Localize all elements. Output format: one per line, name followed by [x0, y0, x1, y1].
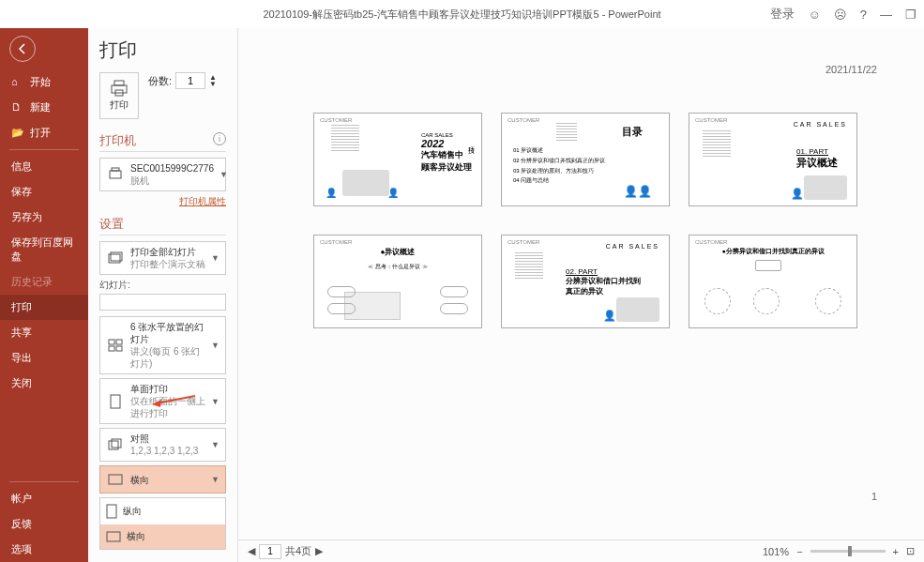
printer-section-title: 打印机 i: [99, 132, 226, 152]
svg-rect-1: [112, 85, 127, 93]
slide-thumb: CUSTOMER CAR SALES 2022 汽车销售中 顾客异议处理 技巧 …: [313, 113, 482, 206]
printer-device-icon: [106, 165, 125, 184]
svg-rect-9: [109, 346, 114, 351]
status-bar: ◀ 共4页 ▶ 101% − + ⊡: [238, 539, 924, 562]
print-range-select[interactable]: 打印全部幻灯片 打印整个演示文稿 ▼: [99, 241, 226, 275]
orientation-landscape[interactable]: 横向: [100, 524, 225, 549]
svg-rect-13: [112, 439, 121, 448]
orientation-options: 纵向 横向: [99, 497, 226, 550]
restore-icon[interactable]: ❐: [905, 8, 916, 22]
prev-page-button[interactable]: ◀: [248, 545, 255, 557]
sidebar-info[interactable]: 信息: [0, 154, 88, 179]
sidebar-export[interactable]: 导出: [0, 345, 88, 371]
app-title: 20210109-解压密码tb25-汽车销售中顾客异议处理技巧知识培训PPT模版…: [263, 8, 660, 22]
sidebar-options[interactable]: 选项: [0, 537, 88, 562]
svg-rect-12: [109, 441, 118, 449]
new-icon: 🗋: [11, 101, 24, 114]
slides-input[interactable]: [99, 294, 226, 311]
settings-section-title: 设置: [99, 216, 226, 235]
help-icon[interactable]: ?: [860, 8, 867, 22]
sidebar-save[interactable]: 保存: [0, 179, 88, 205]
chevron-down-icon: ▼: [211, 440, 220, 449]
slide-thumb: CUSTOMER CAR SALES 01. PART 异议概述 👤: [689, 113, 857, 206]
back-button[interactable]: [9, 36, 36, 62]
face-icon[interactable]: ☺: [808, 8, 820, 22]
handout-icon: [106, 336, 125, 355]
chevron-down-icon: ▼: [220, 170, 228, 179]
orientation-portrait[interactable]: 纵向: [100, 498, 225, 524]
zoom-slider[interactable]: [810, 550, 886, 553]
chevron-down-icon: ▼: [211, 475, 220, 484]
printer-properties-link[interactable]: 打印机属性: [99, 195, 226, 208]
sidebar-saveas[interactable]: 另存为: [0, 205, 88, 230]
svg-rect-0: [114, 81, 124, 85]
chevron-down-icon: ▼: [211, 397, 220, 406]
chevron-down-icon: ▼: [211, 253, 220, 263]
zoom-in-button[interactable]: +: [893, 546, 899, 557]
single-side-icon: [106, 392, 125, 411]
svg-rect-11: [111, 395, 120, 408]
printer-icon: [110, 80, 129, 97]
home-icon: ⌂: [11, 76, 24, 89]
info-icon[interactable]: i: [213, 132, 226, 145]
next-page-button[interactable]: ▶: [315, 545, 323, 557]
svg-rect-7: [109, 340, 114, 344]
sidebar-home[interactable]: ⌂开始: [0, 69, 88, 95]
slides-label: 幻灯片:: [99, 279, 226, 292]
sidebar-share[interactable]: 共享: [0, 320, 88, 345]
backstage-sidebar: ⌂开始 🗋新建 📂打开 信息 保存 另存为 保存到百度网盘 历史记录 打印 共享…: [0, 28, 88, 562]
sidebar-print[interactable]: 打印: [0, 295, 88, 320]
slides-icon: [106, 249, 125, 267]
sidebar-open[interactable]: 📂打开: [0, 120, 88, 145]
login-link[interactable]: 登录: [770, 6, 795, 23]
layout-select[interactable]: 6 张水平放置的幻灯片 讲义(每页 6 张幻灯片) ▼: [99, 316, 226, 374]
print-preview: 2021/11/22 CUSTOMER CAR SALES 2022 汽车销售中…: [238, 28, 924, 562]
print-settings-panel: 打印 打印 份数: ▲▼ 打印机 i SEC0015999C2776 脱机: [88, 28, 238, 562]
sidebar-history[interactable]: 历史记录: [0, 269, 88, 295]
svg-rect-16: [107, 532, 120, 541]
slide-thumb: CUSTOMER ●分辨异议和借口并找到真正的异议: [689, 235, 857, 328]
collate-icon: [106, 435, 125, 454]
fit-page-button[interactable]: ⊡: [906, 545, 915, 557]
svg-rect-8: [116, 340, 122, 344]
copies-spinner[interactable]: ▲▼: [209, 74, 217, 87]
copies-input[interactable]: [175, 72, 205, 89]
landscape-icon: [106, 470, 125, 489]
sidebar-savebaidu[interactable]: 保存到百度网盘: [0, 230, 88, 269]
page-total: 共4页: [285, 544, 311, 558]
print-title: 打印: [99, 38, 226, 63]
sad-icon[interactable]: ☹: [834, 8, 847, 22]
collate-select[interactable]: 对照 1,2,3 1,2,3 1,2,3 ▼: [99, 428, 226, 462]
svg-rect-4: [112, 168, 119, 171]
slide-thumb: CUSTOMER ●异议概述 ≪ 思考：什么是异议 ≫: [313, 235, 482, 328]
slide-thumb: CUSTOMER 目录 01 异议概述 02 分辨异议和借口并找到真正的异议 0…: [501, 113, 670, 206]
page-input[interactable]: [259, 544, 281, 559]
svg-rect-14: [109, 475, 122, 484]
sides-select[interactable]: 单面打印 仅在纸面的一侧上进行打印 ▼: [99, 378, 226, 424]
copies-label: 份数:: [148, 74, 172, 88]
sidebar-new[interactable]: 🗋新建: [0, 95, 88, 120]
sidebar-feedback[interactable]: 反馈: [0, 511, 88, 537]
slide-thumb: CUSTOMER CAR SALES 02. PART 分辨异议和借口并找到真正…: [501, 235, 670, 328]
orientation-select[interactable]: 横向 ▼: [99, 465, 226, 494]
printer-select[interactable]: SEC0015999C2776 脱机 ▼: [99, 158, 226, 191]
landscape-icon: [106, 531, 121, 542]
print-button[interactable]: 打印: [99, 72, 139, 119]
sidebar-account[interactable]: 帐户: [0, 486, 88, 511]
page-number: 1: [871, 491, 877, 502]
open-icon: 📂: [11, 127, 24, 140]
portrait-icon: [106, 504, 117, 519]
zoom-out-button[interactable]: −: [796, 546, 802, 557]
chevron-down-icon: ▼: [211, 341, 220, 350]
svg-rect-10: [116, 346, 122, 351]
svg-rect-15: [107, 505, 116, 518]
sidebar-close[interactable]: 关闭: [0, 371, 88, 396]
minimize-icon[interactable]: —: [880, 8, 892, 22]
zoom-level: 101%: [763, 546, 789, 557]
page-date: 2021/11/22: [826, 64, 877, 75]
svg-rect-3: [110, 171, 121, 178]
